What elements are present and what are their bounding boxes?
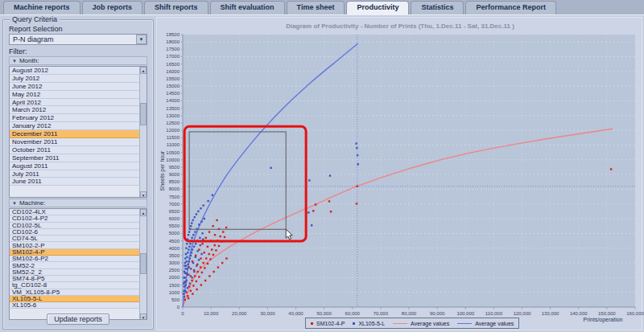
svg-text:13000: 13000 xyxy=(166,113,180,118)
legend-line-marker xyxy=(393,323,407,324)
svg-text:6500: 6500 xyxy=(169,209,180,214)
svg-text:17500: 17500 xyxy=(166,47,180,51)
chart-panel: Diagram of Productivity - Number of Prin… xyxy=(156,17,642,330)
svg-text:16500: 16500 xyxy=(166,62,180,67)
svg-text:18000: 18000 xyxy=(166,39,180,44)
legend-label: SM102-4-P xyxy=(316,321,345,326)
legend-line-marker xyxy=(457,323,472,324)
svg-text:150,000: 150,000 xyxy=(598,311,616,316)
svg-text:11500: 11500 xyxy=(167,135,180,140)
legend-item: SM102-4-P xyxy=(311,321,345,326)
svg-text:140,000: 140,000 xyxy=(570,311,588,316)
svg-text:10000: 10000 xyxy=(166,158,180,162)
svg-text:80,000: 80,000 xyxy=(402,311,417,316)
tab-productivity[interactable]: Productivity xyxy=(346,1,409,14)
svg-text:1000: 1000 xyxy=(169,290,180,295)
svg-text:14500: 14500 xyxy=(166,91,180,96)
svg-text:9000: 9000 xyxy=(169,172,180,177)
svg-text:5500: 5500 xyxy=(169,223,180,228)
legend-point-marker xyxy=(353,322,355,325)
svg-text:120,000: 120,000 xyxy=(514,311,531,316)
svg-text:2500: 2500 xyxy=(169,268,180,273)
svg-text:2000: 2000 xyxy=(169,275,180,280)
svg-text:70,000: 70,000 xyxy=(374,311,389,316)
svg-text:0: 0 xyxy=(181,311,184,316)
svg-text:500: 500 xyxy=(171,297,180,302)
svg-text:60,000: 60,000 xyxy=(345,311,361,316)
svg-text:8000: 8000 xyxy=(169,186,180,191)
svg-text:18500: 18500 xyxy=(166,32,180,37)
legend-item: Average values xyxy=(393,321,449,326)
svg-text:110,000: 110,000 xyxy=(485,311,503,316)
svg-text:16000: 16000 xyxy=(166,69,180,74)
svg-text:17000: 17000 xyxy=(166,54,180,59)
svg-text:15500: 15500 xyxy=(166,76,180,81)
svg-text:4000: 4000 xyxy=(169,246,180,251)
svg-text:8500: 8500 xyxy=(169,179,180,184)
svg-text:20,000: 20,000 xyxy=(232,311,247,316)
svg-text:160,000: 160,000 xyxy=(626,311,644,316)
productivity-app: Machine reportsJob reportsShift reportsS… xyxy=(0,0,644,332)
svg-text:90,000: 90,000 xyxy=(430,311,445,316)
svg-text:9500: 9500 xyxy=(169,165,180,170)
x-axis-label: Prints/operation xyxy=(583,317,622,323)
svg-text:4500: 4500 xyxy=(169,239,180,244)
svg-text:15000: 15000 xyxy=(166,84,180,88)
svg-text:14000: 14000 xyxy=(166,98,180,103)
svg-text:12000: 12000 xyxy=(166,128,180,133)
svg-text:6000: 6000 xyxy=(169,216,180,221)
svg-text:12500: 12500 xyxy=(166,121,180,125)
pn-diagram-plot[interactable]: 0500100015002000250030003500400045005000… xyxy=(1,1,644,332)
svg-text:40,000: 40,000 xyxy=(288,311,303,316)
legend-item: Average values xyxy=(457,321,514,326)
svg-text:130,000: 130,000 xyxy=(542,311,559,316)
svg-text:10,000: 10,000 xyxy=(204,311,219,316)
svg-text:50,000: 50,000 xyxy=(316,311,332,316)
svg-text:7000: 7000 xyxy=(169,202,180,207)
legend-label: XL105-5-L xyxy=(358,321,385,326)
legend-point-marker xyxy=(311,322,313,325)
svg-text:3000: 3000 xyxy=(169,260,180,265)
legend-label: Average values xyxy=(411,321,449,326)
chart-legend: SM102-4-PXL105-5-LAverage valuesAverage … xyxy=(305,318,519,329)
svg-text:1500: 1500 xyxy=(169,283,180,288)
svg-text:5000: 5000 xyxy=(169,231,180,236)
svg-text:100,000: 100,000 xyxy=(456,311,474,316)
svg-text:3500: 3500 xyxy=(169,253,180,258)
svg-text:7500: 7500 xyxy=(169,195,180,199)
svg-text:10500: 10500 xyxy=(166,150,180,155)
legend-label: Average values xyxy=(475,321,514,326)
legend-item: XL105-5-L xyxy=(353,321,385,326)
y-axis-label: Sheets per hour xyxy=(159,150,166,191)
svg-text:11000: 11000 xyxy=(167,142,180,147)
svg-text:13500: 13500 xyxy=(166,106,180,111)
svg-text:30,000: 30,000 xyxy=(260,311,275,316)
svg-text:0: 0 xyxy=(177,305,180,309)
